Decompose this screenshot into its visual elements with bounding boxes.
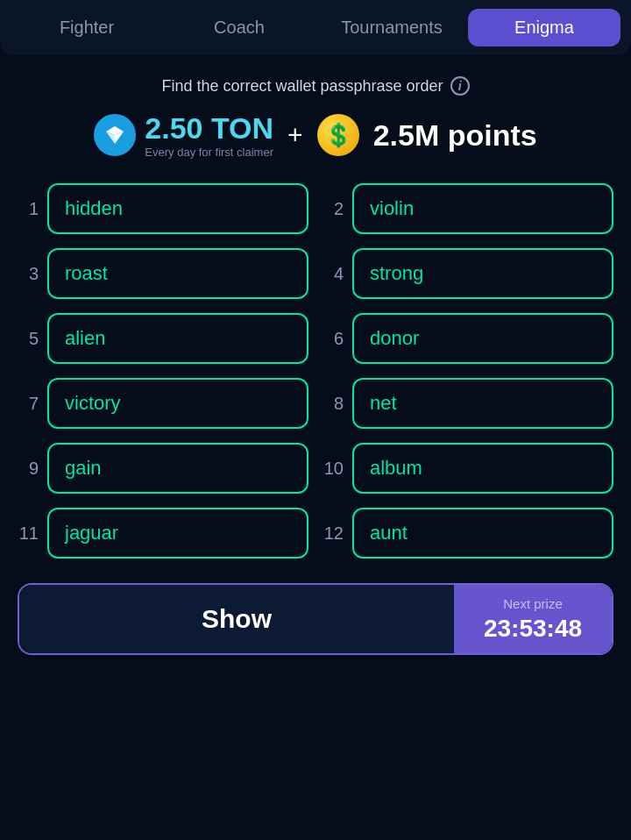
- nav-item-coach[interactable]: Coach: [163, 9, 316, 46]
- word-number-12: 12: [323, 523, 344, 544]
- subtitle-text: Find the correct wallet passphrase order: [161, 77, 443, 96]
- prize-row: 2.50 TON Every day for first claimer + 💲…: [94, 111, 536, 159]
- nav-item-tournaments[interactable]: Tournaments: [316, 9, 468, 46]
- action-bar: Show Next prize 23:53:48: [18, 583, 613, 655]
- word-box-4[interactable]: strong: [352, 248, 613, 299]
- word-number-2: 2: [323, 199, 344, 219]
- next-prize-box: Next prize 23:53:48: [454, 585, 612, 653]
- word-number-4: 4: [323, 264, 344, 284]
- nav-item-enigma[interactable]: Enigma: [468, 9, 620, 46]
- word-cell-8: 8net: [323, 378, 613, 429]
- word-box-6[interactable]: donor: [352, 313, 613, 364]
- words-grid: 1hidden2violin3roast4strong5alien6donor7…: [18, 183, 613, 559]
- word-number-6: 6: [323, 329, 344, 349]
- points-value: 2.5M points: [373, 118, 537, 153]
- word-number-9: 9: [18, 459, 39, 479]
- word-cell-1: 1hidden: [18, 183, 308, 234]
- word-box-8[interactable]: net: [352, 378, 613, 429]
- ton-value: 2.50 TON: [145, 111, 273, 146]
- plus-sign: +: [287, 120, 303, 150]
- word-cell-2: 2violin: [323, 183, 613, 234]
- word-box-11[interactable]: jaguar: [47, 508, 308, 559]
- word-cell-10: 10album: [323, 443, 613, 494]
- word-box-2[interactable]: violin: [352, 183, 613, 234]
- word-box-12[interactable]: aunt: [352, 508, 613, 559]
- word-box-1[interactable]: hidden: [47, 183, 308, 234]
- word-number-1: 1: [18, 199, 39, 219]
- word-cell-5: 5alien: [18, 313, 308, 364]
- ton-amount: 2.50 TON Every day for first claimer: [145, 111, 273, 159]
- nav-item-fighter[interactable]: Fighter: [11, 9, 163, 46]
- info-icon[interactable]: i: [450, 76, 470, 96]
- word-cell-12: 12aunt: [323, 508, 613, 559]
- coin-icon: 💲: [317, 114, 359, 156]
- subtitle-row: Find the correct wallet passphrase order…: [161, 76, 469, 96]
- word-cell-3: 3roast: [18, 248, 308, 299]
- word-number-7: 7: [18, 394, 39, 414]
- next-prize-label: Next prize: [503, 596, 563, 611]
- word-box-9[interactable]: gain: [47, 443, 308, 494]
- word-number-5: 5: [18, 329, 39, 349]
- nav-bar: FighterCoachTournamentsEnigma: [0, 0, 631, 55]
- word-cell-4: 4strong: [323, 248, 613, 299]
- ton-label: Every day for first claimer: [145, 146, 273, 159]
- word-number-11: 11: [18, 523, 39, 544]
- word-number-3: 3: [18, 264, 39, 284]
- next-prize-timer: 23:53:48: [484, 615, 582, 643]
- word-box-3[interactable]: roast: [47, 248, 308, 299]
- word-box-7[interactable]: victory: [47, 378, 308, 429]
- word-cell-9: 9gain: [18, 443, 308, 494]
- word-cell-11: 11jaguar: [18, 508, 308, 559]
- word-cell-7: 7victory: [18, 378, 308, 429]
- word-box-5[interactable]: alien: [47, 313, 308, 364]
- ton-icon: [94, 114, 136, 156]
- ton-badge: 2.50 TON Every day for first claimer: [94, 111, 273, 159]
- word-box-10[interactable]: album: [352, 443, 613, 494]
- word-cell-6: 6donor: [323, 313, 613, 364]
- word-number-10: 10: [323, 459, 344, 479]
- word-number-8: 8: [323, 394, 344, 414]
- show-button[interactable]: Show: [19, 585, 454, 653]
